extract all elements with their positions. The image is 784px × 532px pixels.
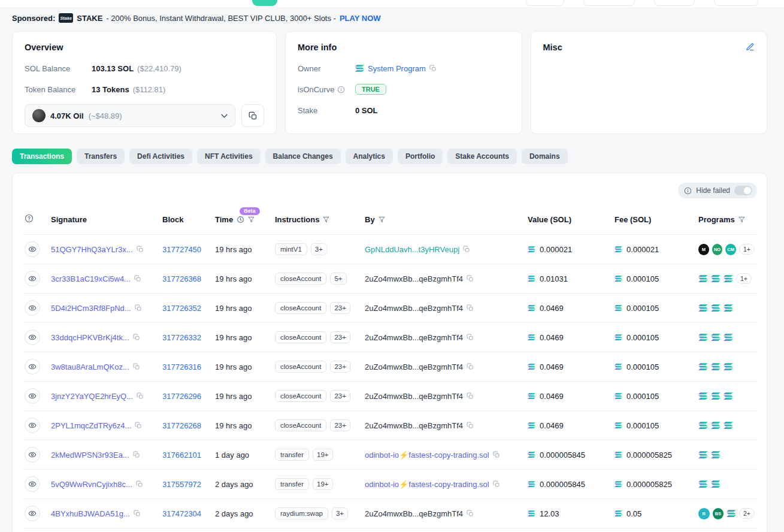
- copy-icon[interactable]: [135, 304, 142, 312]
- signature-link[interactable]: 4BYxhuBJWADA51g...: [51, 509, 130, 518]
- hide-failed-toggle[interactable]: [734, 186, 752, 195]
- solana-program-icon[interactable]: [711, 334, 721, 341]
- top-partial-button[interactable]: [714, 0, 758, 6]
- preview-eye-button[interactable]: [25, 300, 40, 316]
- token-selector[interactable]: 4.07K Oil (~$48.89): [25, 104, 235, 127]
- preview-eye-button[interactable]: [25, 447, 40, 463]
- copy-icon[interactable]: [133, 451, 140, 458]
- instruction-count-badge[interactable]: 3+: [332, 507, 348, 519]
- solana-program-icon[interactable]: [724, 422, 733, 429]
- instruction-count-badge[interactable]: 5+: [330, 273, 346, 285]
- solana-program-icon[interactable]: [724, 392, 733, 400]
- signature-link[interactable]: 5vQ9WwRvnCyjixh8c...: [51, 480, 132, 489]
- more-programs-badge[interactable]: 1+: [739, 244, 755, 255]
- signature-link[interactable]: 3jnzY2YaYQE2hrEyQ...: [51, 392, 133, 401]
- program-icon[interactable]: R: [698, 508, 710, 519]
- instruction-count-badge[interactable]: 23+: [330, 390, 350, 402]
- info-icon[interactable]: [337, 86, 345, 93]
- preview-eye-button[interactable]: [25, 506, 40, 521]
- block-link[interactable]: 317726296: [162, 392, 201, 401]
- program-icon[interactable]: M: [698, 244, 709, 255]
- instruction-count-badge[interactable]: 23+: [330, 331, 350, 343]
- copy-icon[interactable]: [467, 422, 474, 429]
- signature-link[interactable]: 2kMedWPSN3r93Ea...: [51, 451, 129, 460]
- signature-link[interactable]: 5D4i2HCm3Rf8FpNd...: [51, 304, 131, 313]
- copy-icon[interactable]: [137, 246, 144, 253]
- program-icon[interactable]: CM: [725, 244, 736, 255]
- instruction-count-badge[interactable]: 23+: [330, 419, 350, 431]
- preview-eye-button[interactable]: [25, 330, 40, 345]
- solana-program-icon[interactable]: [724, 275, 733, 282]
- instruction-count-badge[interactable]: 3+: [311, 243, 327, 255]
- top-partial-button[interactable]: [583, 0, 635, 6]
- copy-icon[interactable]: [133, 363, 140, 370]
- by-link[interactable]: 2uZo4mwxBb...qeBzgmhTf4: [365, 392, 463, 401]
- play-now-link[interactable]: PLAY NOW: [340, 14, 381, 23]
- solana-program-icon[interactable]: [711, 363, 721, 370]
- programs-filter-icon[interactable]: [738, 216, 745, 223]
- by-filter-icon[interactable]: [379, 216, 385, 223]
- copy-icon[interactable]: [493, 480, 500, 488]
- copy-icon[interactable]: [429, 65, 437, 72]
- edit-button[interactable]: [746, 43, 755, 52]
- time-filter-icon[interactable]: Beta: [248, 216, 255, 223]
- copy-icon[interactable]: [467, 510, 474, 517]
- preview-eye-button[interactable]: [25, 418, 40, 433]
- solana-program-icon[interactable]: [724, 363, 733, 370]
- program-icon[interactable]: NO: [712, 244, 723, 255]
- column-settings-icon[interactable]: [25, 214, 34, 223]
- copy-icon[interactable]: [463, 246, 470, 253]
- block-link[interactable]: 317727450: [162, 245, 201, 254]
- by-link[interactable]: 2uZo4mwxBb...qeBzgmhTf4: [365, 362, 463, 371]
- solana-program-icon[interactable]: [711, 422, 721, 429]
- block-link[interactable]: 317726332: [162, 333, 201, 342]
- copy-icon[interactable]: [136, 480, 143, 488]
- owner-link[interactable]: System Program: [368, 64, 426, 73]
- block-link[interactable]: 317472304: [162, 509, 201, 518]
- tab-balance-changes[interactable]: Balance Changes: [265, 149, 341, 164]
- block-link[interactable]: 317557972: [162, 480, 201, 489]
- tab-transfers[interactable]: Transfers: [77, 149, 125, 164]
- copy-icon[interactable]: [135, 422, 142, 429]
- tab-transactions[interactable]: Transactions: [12, 149, 72, 164]
- copy-icon[interactable]: [493, 451, 500, 458]
- by-link[interactable]: 2uZo4mwxBb...qeBzgmhTf4: [365, 274, 463, 283]
- solana-program-icon[interactable]: [724, 304, 733, 312]
- by-link[interactable]: odinbot-io⚡fastest-copy-trading.sol: [365, 480, 489, 489]
- instruction-count-badge[interactable]: 23+: [330, 302, 350, 314]
- copy-icon[interactable]: [467, 304, 474, 312]
- copy-icon[interactable]: [134, 510, 141, 517]
- solana-program-icon[interactable]: [711, 275, 721, 282]
- copy-icon[interactable]: [467, 363, 474, 370]
- preview-eye-button[interactable]: [25, 271, 40, 286]
- solana-program-icon[interactable]: [711, 451, 721, 458]
- copy-icon[interactable]: [137, 392, 144, 400]
- block-link[interactable]: 317726316: [162, 362, 201, 371]
- copy-icon[interactable]: [467, 392, 474, 400]
- solana-program-icon[interactable]: [698, 451, 708, 458]
- preview-eye-button[interactable]: [25, 388, 40, 404]
- copy-icon[interactable]: [467, 275, 474, 282]
- solana-program-icon[interactable]: [698, 392, 708, 400]
- preview-eye-button[interactable]: [25, 476, 40, 492]
- solana-program-icon[interactable]: [724, 334, 733, 341]
- signature-link[interactable]: 51QGY7HhQ3aYLr3x...: [51, 245, 133, 254]
- instruction-count-badge[interactable]: 19+: [313, 449, 333, 461]
- copy-icon[interactable]: [133, 334, 140, 341]
- program-icon[interactable]: BS: [713, 508, 724, 519]
- clock-icon[interactable]: [237, 216, 244, 223]
- signature-link[interactable]: 3cr33B1aC19xCi5w4...: [51, 274, 131, 283]
- copy-token-accounts-button[interactable]: [241, 104, 264, 127]
- instruction-count-badge[interactable]: 19+: [313, 478, 333, 490]
- block-link[interactable]: 317662101: [162, 451, 201, 460]
- tab-domains[interactable]: Domains: [522, 149, 568, 164]
- by-link[interactable]: 2uZo4mwxBb...qeBzgmhTf4: [365, 421, 463, 430]
- solana-program-icon[interactable]: [698, 334, 708, 341]
- copy-icon[interactable]: [467, 334, 474, 341]
- tab-defi-activities[interactable]: Defi Activities: [129, 149, 192, 164]
- block-link[interactable]: 317726352: [162, 304, 201, 313]
- preview-eye-button[interactable]: [25, 241, 40, 257]
- instructions-filter-icon[interactable]: [323, 216, 329, 223]
- more-programs-badge[interactable]: 1+: [736, 273, 752, 284]
- top-partial-button[interactable]: [526, 0, 564, 6]
